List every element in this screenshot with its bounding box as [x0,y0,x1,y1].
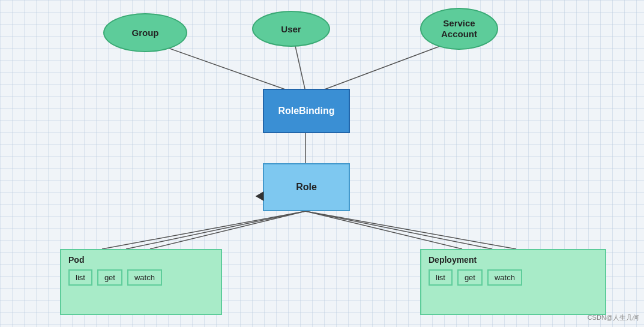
deployment-action-get: get [457,269,483,286]
svg-line-2 [323,41,454,90]
service-account-label: ServiceAccount [441,18,477,40]
pod-actions: list get watch [68,269,214,286]
pod-box-title: Pod [68,255,214,265]
svg-line-7 [305,211,462,249]
diagram-container: Group User ServiceAccount RoleBinding Ro… [0,0,644,327]
user-node: User [252,11,330,47]
role-binding-node: RoleBinding [263,89,350,133]
pod-resource-box: Pod list get watch [60,249,222,315]
group-node: Group [103,13,187,52]
svg-line-5 [126,211,305,249]
svg-line-9 [305,211,516,249]
pod-action-get: get [97,269,122,286]
deployment-resource-box: Deployment list get watch [420,249,606,315]
svg-line-8 [305,211,492,249]
pod-action-list: list [68,269,92,286]
svg-line-1 [294,41,305,89]
deployment-action-list: list [429,269,453,286]
pod-action-watch: watch [127,269,162,286]
svg-line-6 [150,211,305,249]
service-account-node: ServiceAccount [420,8,498,50]
svg-line-4 [102,211,305,249]
deployment-action-watch: watch [487,269,522,286]
role-node: Role [263,163,350,211]
watermark: CSDN@人生几何 [588,313,639,322]
deployment-actions: list get watch [429,269,598,286]
deployment-box-title: Deployment [429,255,598,265]
